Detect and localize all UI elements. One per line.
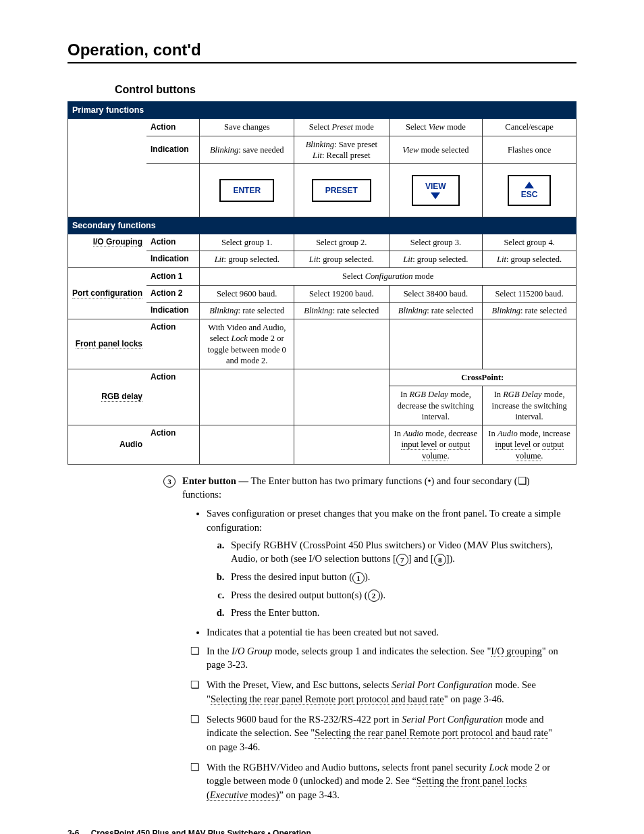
cell: Flashes once — [483, 136, 576, 164]
footer-text: CrossPoint 450 Plus and MAV Plus Switche… — [91, 829, 311, 834]
cell: Lit: group selected. — [200, 251, 294, 268]
list-item: With the Preset, View, and Esc buttons, … — [207, 678, 563, 706]
cell: Blinking: rate selected — [294, 302, 389, 319]
row-label: Action — [146, 425, 200, 465]
cell: Select 9600 baud. — [200, 285, 294, 302]
crosspoint-label: CrossPoint: — [389, 369, 576, 386]
row-label: Action — [146, 369, 200, 425]
page-number: 3-6 — [68, 829, 79, 834]
list-item: Indicates that a potential tie has been … — [207, 625, 563, 639]
cell: Blinking: rate selected — [483, 302, 576, 319]
secondary-functions-header: Secondary functions — [68, 217, 576, 234]
cell: Select Configuration mode — [200, 268, 576, 285]
cell: Cancel/escape — [483, 119, 576, 136]
cell: Lit: group selected. — [483, 251, 576, 268]
view-button-cell: VIEW — [389, 164, 483, 217]
row-label: Action 2 — [146, 285, 200, 302]
cell: Lit: group selected. — [389, 251, 483, 268]
cell: In Audio mode, increase input level or o… — [483, 425, 576, 465]
circled-1-icon: 1 — [352, 572, 365, 584]
row-label: Indication — [146, 302, 200, 319]
cell: Select 38400 baud. — [389, 285, 483, 302]
cell: In Audio mode, decrease input level or o… — [389, 425, 483, 465]
front-panel-locks-label: Front panel locks — [76, 339, 142, 349]
circled-8-icon: 8 — [434, 554, 446, 566]
cell: Select group 4. — [483, 234, 576, 251]
rgb-delay-label: RGB delay — [101, 392, 142, 402]
step-b: Press the desired input button (1). — [227, 570, 563, 584]
list-item: Saves configuration or preset changes th… — [207, 506, 563, 619]
esc-button-cell: ESC — [483, 164, 576, 217]
list-item: Selects 9600 baud for the RS-232/RS-422 … — [207, 712, 563, 754]
io-grouping-label: I/O Grouping — [93, 237, 142, 247]
cell: Select View mode — [389, 119, 483, 136]
view-button-icon: VIEW — [412, 175, 460, 206]
esc-button-icon: ESC — [508, 175, 552, 206]
primary-functions-header: Primary functions — [68, 102, 576, 119]
cell: Select group 3. — [389, 234, 483, 251]
cell: View mode selected — [389, 136, 483, 164]
row-label: Indication — [146, 136, 200, 164]
step-a: Specify RGBHV (CrossPoint 450 Plus switc… — [227, 538, 563, 566]
step-c: Press the desired output button(s) (2). — [227, 588, 563, 602]
enter-button-icon: ENTER — [219, 179, 274, 202]
cell: In RGB Delay mode, decrease the switchin… — [389, 386, 483, 425]
cell: Blinking: save needed — [200, 136, 294, 164]
preset-button-icon: PRESET — [312, 179, 371, 202]
row-label: Action — [146, 119, 200, 136]
cell: Blinking: rate selected — [389, 302, 483, 319]
row-label: Action 1 — [146, 268, 200, 285]
cell: In RGB Delay mode, increase the switchin… — [483, 386, 576, 425]
section-title: Control buttons — [115, 84, 576, 96]
page-title: Operation, cont'd — [68, 41, 576, 63]
preset-button-cell: PRESET — [294, 164, 389, 217]
row-label: Indication — [146, 251, 200, 268]
enter-button-cell: ENTER — [200, 164, 294, 217]
cell: Select Preset mode — [294, 119, 389, 136]
cell: Lit: group selected. — [294, 251, 389, 268]
row-label: Action — [146, 234, 200, 251]
cell: Save changes — [200, 119, 294, 136]
cell: With Video and Audio, select Lock mode 2… — [200, 319, 294, 369]
list-item: With the RGBHV/Video and Audio buttons, … — [207, 760, 563, 802]
audio-label: Audio — [119, 440, 142, 449]
control-buttons-table: Primary functions Action Save changes Se… — [68, 101, 576, 465]
cell: Blinking: rate selected — [200, 302, 294, 319]
cell: Select 19200 baud. — [294, 285, 389, 302]
enter-button-lead: 3 Enter button — The Enter button has tw… — [182, 474, 563, 502]
list-item: In the I/O Group mode, selects group 1 a… — [207, 644, 563, 672]
circled-2-icon: 2 — [368, 590, 380, 602]
cell: Select group 1. — [200, 234, 294, 251]
cell: Blinking: Save presetLit: Recall preset — [294, 136, 389, 164]
cell: Select 115200 baud. — [483, 285, 576, 302]
port-config-label: Port configuration — [72, 288, 142, 298]
circled-7-icon: 7 — [396, 554, 408, 566]
row-label: Action — [146, 319, 200, 369]
circled-3-icon: 3 — [163, 475, 176, 488]
step-d: Press the Enter button. — [227, 606, 563, 619]
cell: Select group 2. — [294, 234, 389, 251]
page-footer: 3-6 CrossPoint 450 Plus and MAV Plus Swi… — [68, 829, 576, 834]
